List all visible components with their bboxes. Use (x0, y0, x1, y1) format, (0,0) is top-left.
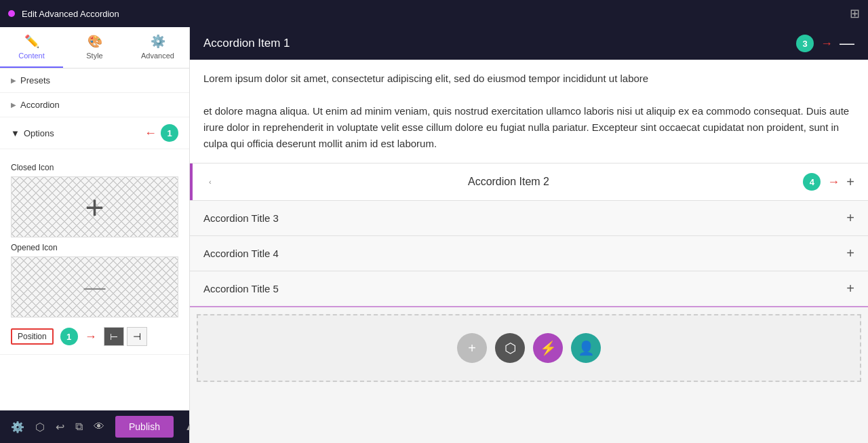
options-arrow-indicator: ← (144, 126, 157, 140)
acc-arrow-3: → (821, 37, 833, 51)
layers-icon[interactable]: ⬡ (35, 416, 45, 438)
accordion-item-4[interactable]: Accordion Title 4 + (190, 236, 868, 271)
page-title: Edit Advanced Accordion (22, 9, 843, 19)
accordion-arrow: ▶ (11, 101, 16, 109)
accordion-wrapper: Accordion Item 1 3 → — Lorem ipsum dolor… (190, 27, 868, 307)
accordion-item-1: Accordion Item 1 3 → — Lorem ipsum dolor… (190, 27, 868, 163)
presets-arrow: ▶ (11, 77, 16, 84)
tab-content[interactable]: ✏️ Content (0, 27, 63, 68)
settings-icon[interactable]: ⚙️ (11, 416, 24, 438)
bottom-bar: ⚙️ ⬡ ↩ ⧉ 👁 Publish ▲ (0, 410, 189, 443)
accordion-title-5: Accordion Title 5 (203, 283, 279, 294)
acc-expand-icon-5[interactable]: + (846, 281, 854, 296)
closed-icon-label: Closed Icon (11, 163, 178, 172)
position-arrow: → (85, 330, 97, 344)
options-badge: 1 (161, 124, 178, 142)
accordion-item-2: ‹ Accordion Item 2 4 → + (190, 163, 868, 201)
options-label: Options (24, 128, 140, 138)
preview-icon[interactable]: 👁 (94, 416, 104, 438)
tab-style[interactable]: 🎨 Style (63, 27, 126, 68)
add-btn[interactable]: + (457, 333, 487, 363)
accordion-title-3: Accordion Title 3 (203, 212, 279, 224)
grid-icon[interactable]: ⊞ (850, 6, 860, 21)
style-icon: 🎨 (87, 34, 102, 49)
acc-expand-icon-3[interactable]: + (846, 210, 854, 226)
opened-icon-symbol: — (84, 275, 106, 300)
history-icon[interactable]: ↩ (56, 416, 64, 438)
accordion-text-1: Lorem ipsum dolor sit amet, consectetur … (203, 71, 854, 87)
acc-badge-4: 4 (803, 173, 821, 191)
right-content: Accordion Item 1 3 → — Lorem ipsum dolor… (190, 27, 868, 443)
content-icon: ✏️ (24, 34, 39, 49)
duplicate-icon[interactable]: ⧉ (75, 416, 83, 438)
accordion-label: Accordion (20, 100, 60, 110)
left-panel: ✏️ Content 🎨 Style ⚙️ Advanced ▶ Presets… (0, 27, 190, 443)
position-label: Position (11, 328, 54, 345)
options-content: Closed Icon + Opened Icon — Position 1 →… (0, 149, 189, 355)
accordion-header-1[interactable]: Accordion Item 1 3 → — (190, 27, 868, 60)
opened-icon-preview: — (11, 256, 178, 317)
publish-button[interactable]: Publish (115, 416, 174, 438)
options-arrow: ▼ (11, 128, 20, 138)
presets-label: Presets (20, 75, 50, 85)
acc-expand-icon-4[interactable]: + (846, 246, 854, 261)
accordion-item-3[interactable]: Accordion Title 3 + (190, 201, 868, 236)
advanced-icon: ⚙️ (151, 34, 165, 49)
accordion-text-2: et dolore magna aliqua. Ut enim ad minim… (203, 103, 854, 152)
status-dot (8, 10, 15, 17)
acc-collapse-icon[interactable]: — (840, 35, 854, 52)
main-area: ✏️ Content 🎨 Style ⚙️ Advanced ▶ Presets… (0, 27, 868, 443)
opened-icon-label: Opened Icon (11, 243, 178, 252)
accordion-title-2: Accordion Item 2 (468, 176, 549, 188)
position-buttons: ⊢ ⊣ (104, 327, 147, 346)
accordion-title-4: Accordion Title 4 (203, 248, 279, 259)
panel-body: ▶ Presets ▶ Accordion ▼ Options ← 1 Clos… (0, 69, 189, 410)
folder-btn[interactable]: ⬡ (495, 333, 525, 363)
accordion-item-5[interactable]: Accordion Title 5 + (190, 271, 868, 307)
pos-right-btn[interactable]: ⊣ (127, 327, 147, 346)
top-bar: Edit Advanced Accordion ⊞ (0, 0, 868, 27)
accordion-title-1: Accordion Item 1 (203, 37, 290, 50)
position-badge: 1 (60, 328, 78, 345)
acc-ctrl-2: 4 → + (803, 173, 854, 191)
closed-icon-symbol: + (85, 189, 104, 226)
acc-arrow-4: → (827, 175, 840, 189)
options-section-header[interactable]: ▼ Options ← 1 (0, 117, 189, 149)
accordion-header-2[interactable]: ‹ Accordion Item 2 4 → + (190, 163, 868, 200)
pos-left-btn[interactable]: ⊢ (104, 327, 124, 346)
closed-icon-preview: + (11, 176, 178, 237)
position-row: Position 1 → ⊢ ⊣ (11, 327, 178, 346)
user-btn[interactable]: 👤 (571, 333, 601, 363)
lightning-btn[interactable]: ⚡ (533, 333, 563, 363)
acc-expand-icon-2[interactable]: + (846, 174, 854, 190)
tabs-row: ✏️ Content 🎨 Style ⚙️ Advanced (0, 27, 189, 69)
acc-ctrl-1: 3 → — (796, 35, 854, 52)
accordion-body-1: Lorem ipsum dolor sit amet, consectetur … (190, 60, 868, 163)
accordion-section[interactable]: ▶ Accordion (0, 93, 189, 117)
chevron-left-icon[interactable]: ‹ (206, 175, 214, 189)
canvas-bottom: + ⬡ ⚡ 👤 (197, 314, 861, 382)
presets-section[interactable]: ▶ Presets (0, 69, 189, 93)
acc-badge-3: 3 (796, 35, 814, 52)
tab-advanced[interactable]: ⚙️ Advanced (126, 27, 189, 68)
